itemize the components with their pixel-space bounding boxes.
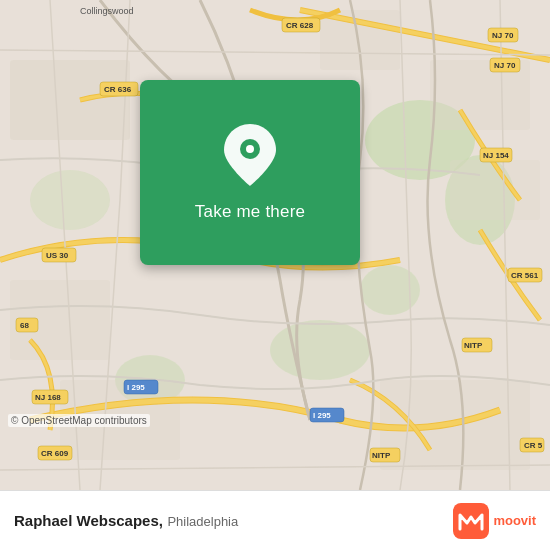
svg-text:NJ 154: NJ 154: [483, 151, 509, 160]
location-pin-icon: [224, 124, 276, 190]
svg-point-46: [246, 145, 254, 153]
svg-text:I 295: I 295: [127, 383, 145, 392]
svg-text:CR 5: CR 5: [524, 441, 543, 450]
svg-text:NITP: NITP: [464, 341, 483, 350]
svg-text:NITP: NITP: [372, 451, 391, 460]
map-attribution: © OpenStreetMap contributors: [8, 414, 150, 427]
svg-point-6: [270, 320, 370, 380]
svg-text:NJ 70: NJ 70: [492, 31, 514, 40]
svg-text:Collingswood: Collingswood: [80, 6, 134, 16]
app-name: Raphael Webscapes,: [14, 512, 163, 529]
svg-rect-7: [10, 60, 130, 140]
bottom-text: Raphael Webscapes, Philadelphia: [14, 512, 453, 530]
bottom-bar: Raphael Webscapes, Philadelphia moovit: [0, 490, 550, 550]
svg-rect-47: [453, 503, 489, 539]
svg-text:CR 628: CR 628: [286, 21, 314, 30]
svg-text:CR 561: CR 561: [511, 271, 539, 280]
svg-text:NJ 168: NJ 168: [35, 393, 61, 402]
map-container: Collingswood CR 628 NJ 70 NJ 70 CR 636 U…: [0, 0, 550, 490]
moovit-text: moovit: [493, 513, 536, 528]
take-me-there-label: Take me there: [195, 202, 305, 222]
svg-text:68: 68: [20, 321, 29, 330]
take-me-there-card[interactable]: Take me there: [140, 80, 360, 265]
moovit-icon: [453, 503, 489, 539]
svg-text:CR 636: CR 636: [104, 85, 132, 94]
svg-text:US 30: US 30: [46, 251, 69, 260]
moovit-logo: moovit: [453, 503, 536, 539]
city-name: Philadelphia: [167, 514, 238, 529]
svg-text:NJ 70: NJ 70: [494, 61, 516, 70]
svg-text:I 295: I 295: [313, 411, 331, 420]
svg-text:CR 609: CR 609: [41, 449, 69, 458]
svg-point-4: [30, 170, 110, 230]
